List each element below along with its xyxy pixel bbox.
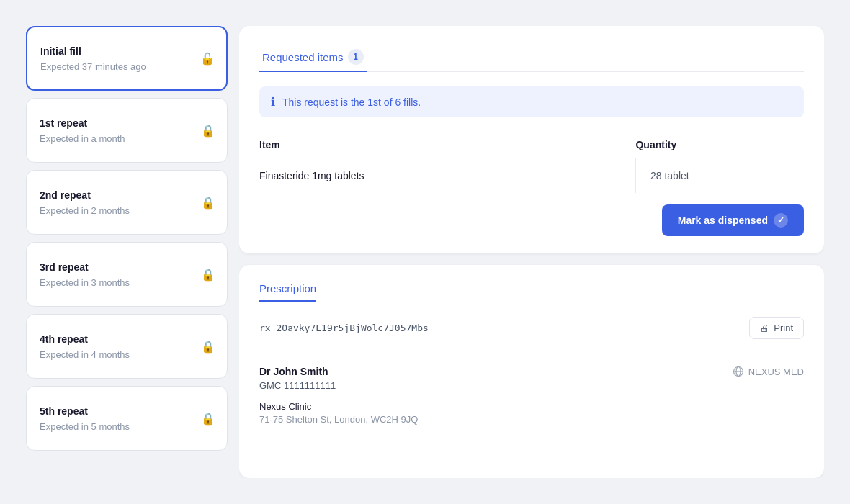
prescription-panel: Prescription rx_2Oavky7L19r5jBjWolc7J057… [239,265,824,478]
fill-card-subtitle-repeat4: Expected in 4 months [40,349,214,360]
tab-count-badge: 1 [348,49,364,65]
rx-id-row: rx_2Oavky7L19r5jBjWolc7J057Mbs 🖨 Print [259,317,804,351]
items-table: Item Quantity Finasteride 1mg tablets28 … [259,132,804,193]
globe-icon [733,366,744,377]
column-item: Item [259,132,635,158]
mark-dispensed-button[interactable]: Mark as dispensed ✓ [662,204,804,236]
info-banner-text: This request is the 1st of 6 fills. [282,96,421,108]
unlock-icon: 🔓 [200,52,215,66]
fill-card-title-initial: Initial fill [40,45,213,57]
sidebar: Initial fillExpected 37 minutes ago🔓1st … [26,26,228,478]
mark-dispensed-label: Mark as dispensed [678,215,768,226]
fill-card-initial[interactable]: Initial fillExpected 37 minutes ago🔓 [26,26,228,91]
clinic-info: Nexus Clinic 71-75 Shelton St, London, W… [259,401,804,425]
main-content: Requested items 1 ℹ This request is the … [239,26,824,478]
lock-icon: 🔒 [201,124,215,138]
fill-card-subtitle-repeat5: Expected in 5 months [40,421,214,432]
fill-card-repeat1[interactable]: 1st repeatExpected in a month🔒 [26,98,228,163]
prescription-tab-bar: Prescription [259,282,804,302]
print-icon: 🖨 [760,323,769,333]
rx-id: rx_2Oavky7L19r5jBjWolc7J057Mbs [259,323,429,333]
print-button[interactable]: 🖨 Print [749,317,804,339]
fill-card-title-repeat5: 5th repeat [40,405,214,417]
doctor-info: Dr John Smith GMC 1111111111 NEXUS MED [259,366,804,391]
clinic-address: 71-75 Shelton St, London, WC2H 9JQ [259,414,804,425]
column-quantity: Quantity [635,132,804,158]
table-cell-item: Finasteride 1mg tablets [259,158,635,194]
tab-requested-items[interactable]: Requested items 1 [259,43,367,72]
doctor-name: Dr John Smith [259,366,336,377]
organisation-name: NEXUS MED [748,366,804,377]
app-container: Initial fillExpected 37 minutes ago🔓1st … [14,14,836,490]
fill-card-repeat4[interactable]: 4th repeatExpected in 4 months🔒 [26,314,228,379]
doctor-gmc: GMC 1111111111 [259,380,336,391]
info-icon: ℹ [271,95,275,109]
table-row: Finasteride 1mg tablets28 tablet [259,158,804,194]
fill-card-title-repeat2: 2nd repeat [40,189,214,201]
lock-icon: 🔒 [201,196,215,210]
fill-card-subtitle-initial: Expected 37 minutes ago [40,61,213,72]
fill-card-subtitle-repeat2: Expected in 2 months [40,205,214,216]
check-circle-icon: ✓ [774,213,788,228]
fill-card-subtitle-repeat1: Expected in a month [40,133,214,144]
tab-prescription[interactable]: Prescription [259,282,316,302]
requested-items-tab-bar: Requested items 1 [259,43,804,72]
doctor-details: Dr John Smith GMC 1111111111 [259,366,336,391]
lock-icon: 🔒 [201,412,215,426]
fill-card-repeat3[interactable]: 3rd repeatExpected in 3 months🔒 [26,242,228,307]
fill-card-subtitle-repeat3: Expected in 3 months [40,277,214,288]
print-label: Print [774,323,793,333]
fill-card-repeat2[interactable]: 2nd repeatExpected in 2 months🔒 [26,170,228,235]
fill-card-repeat5[interactable]: 5th repeatExpected in 5 months🔒 [26,386,228,451]
organisation-badge: NEXUS MED [733,366,804,377]
fill-card-title-repeat3: 3rd repeat [40,261,214,273]
clinic-name: Nexus Clinic [259,401,804,412]
lock-icon: 🔒 [201,268,215,282]
fill-card-title-repeat1: 1st repeat [40,117,214,129]
action-row: Mark as dispensed ✓ [259,204,804,236]
lock-icon: 🔒 [201,340,215,354]
fill-card-title-repeat4: 4th repeat [40,333,214,345]
requested-items-panel: Requested items 1 ℹ This request is the … [239,26,824,253]
info-banner: ℹ This request is the 1st of 6 fills. [259,86,804,117]
table-cell-quantity: 28 tablet [635,158,804,194]
tab-requested-items-label: Requested items [262,51,344,63]
